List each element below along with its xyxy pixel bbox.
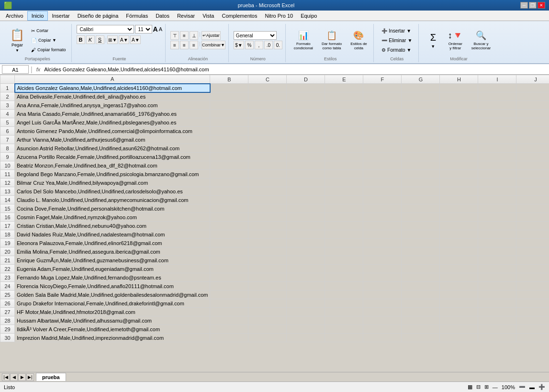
cell-c3[interactable]: [248, 101, 287, 110]
cell-a16[interactable]: Cosmin Faget,Male,Undifined,nymzok@yahoo…: [15, 213, 210, 222]
cell-h10[interactable]: [440, 161, 478, 170]
cell-j14[interactable]: [516, 196, 549, 204]
cell-f23[interactable]: [363, 273, 402, 282]
cell-c22[interactable]: [248, 265, 287, 273]
cell-b18[interactable]: [210, 230, 248, 239]
percent-button[interactable]: %: [245, 41, 254, 49]
cell-c11[interactable]: [248, 170, 287, 179]
cell-c17[interactable]: [248, 222, 287, 230]
number-format-select[interactable]: General: [234, 31, 277, 40]
cell-a9[interactable]: Azucena Portillo Recalde,Female,Undifine…: [15, 153, 210, 161]
cell-i1[interactable]: [478, 84, 516, 92]
cell-styles-button[interactable]: 🎨 Estilos decelda: [347, 27, 370, 54]
cell-a25[interactable]: Golden Sala Baile Madrid,Male,Undifined,…: [15, 291, 210, 299]
cell-a2[interactable]: Alina Delivasile,Female,Undifined,deli_a…: [15, 92, 210, 101]
cell-h23[interactable]: [440, 273, 478, 282]
currency-button[interactable]: $▼: [234, 41, 244, 49]
conditional-format-button[interactable]: 📊 Formatocondicional: [291, 27, 316, 54]
cell-i17[interactable]: [478, 222, 516, 230]
cell-j3[interactable]: [516, 101, 549, 110]
cell-g19[interactable]: [402, 239, 440, 247]
cell-h16[interactable]: [440, 213, 478, 222]
cell-i30[interactable]: [478, 334, 516, 342]
cell-j8[interactable]: [516, 144, 549, 153]
cell-f29[interactable]: [363, 325, 402, 334]
cell-a8[interactable]: Asuncion Astrid Rebollar,Undifined,Undif…: [15, 144, 210, 153]
cell-g8[interactable]: [402, 144, 440, 153]
cell-b30[interactable]: [210, 334, 248, 342]
cell-d7[interactable]: [287, 135, 325, 144]
cell-j1[interactable]: [516, 84, 549, 92]
cell-b5[interactable]: [210, 118, 248, 127]
cell-e18[interactable]: [325, 230, 363, 239]
cell-g13[interactable]: [402, 187, 440, 196]
cell-f8[interactable]: [363, 144, 402, 153]
sheet-tab-prueba[interactable]: prueba: [36, 373, 66, 381]
cell-c8[interactable]: [248, 144, 287, 153]
cell-j12[interactable]: [516, 179, 549, 187]
cell-j23[interactable]: [516, 273, 549, 282]
font-name-select[interactable]: Calibri: [77, 25, 134, 34]
cell-b11[interactable]: [210, 170, 248, 179]
align-top-button[interactable]: ⊤: [170, 31, 179, 40]
cell-b19[interactable]: [210, 239, 248, 247]
cell-d27[interactable]: [287, 308, 325, 316]
cell-a24[interactable]: Florencia NicoyDiego,Female,Undifined,an…: [15, 282, 210, 291]
cell-b14[interactable]: [210, 196, 248, 204]
cell-c5[interactable]: [248, 118, 287, 127]
cell-b21[interactable]: [210, 256, 248, 265]
cell-c20[interactable]: [248, 247, 287, 256]
cell-c6[interactable]: [248, 127, 287, 135]
cell-c18[interactable]: [248, 230, 287, 239]
menu-item-complementos[interactable]: Complementos: [218, 11, 261, 21]
cell-d25[interactable]: [287, 291, 325, 299]
cell-g26[interactable]: [402, 299, 440, 308]
cell-d9[interactable]: [287, 153, 325, 161]
cell-c14[interactable]: [248, 196, 287, 204]
cell-h30[interactable]: [440, 334, 478, 342]
cell-d18[interactable]: [287, 230, 325, 239]
cell-e6[interactable]: [325, 127, 363, 135]
cell-i9[interactable]: [478, 153, 516, 161]
cell-d29[interactable]: [287, 325, 325, 334]
spreadsheet-scroll-area[interactable]: ABCDEFGHIJKLMN 1Alcides Gonzalez Galeano…: [0, 75, 549, 372]
cell-c24[interactable]: [248, 282, 287, 291]
format-as-table-button[interactable]: 📋 Dar formatocomo tabla: [318, 27, 345, 54]
cell-g1[interactable]: [402, 84, 440, 92]
cell-b16[interactable]: [210, 213, 248, 222]
cell-f11[interactable]: [363, 170, 402, 179]
cell-h17[interactable]: [440, 222, 478, 230]
font-size-select[interactable]: 11: [135, 25, 152, 34]
cell-h6[interactable]: [440, 127, 478, 135]
cell-j20[interactable]: [516, 247, 549, 256]
cell-h20[interactable]: [440, 247, 478, 256]
cell-g12[interactable]: [402, 179, 440, 187]
align-middle-button[interactable]: ≡: [180, 31, 189, 40]
cell-e5[interactable]: [325, 118, 363, 127]
cell-a7[interactable]: Arthur Vianna,Male,Undifined,arthurjesus…: [15, 135, 210, 144]
cell-e16[interactable]: [325, 213, 363, 222]
cell-j30[interactable]: [516, 334, 549, 342]
cell-i11[interactable]: [478, 170, 516, 179]
cell-j10[interactable]: [516, 161, 549, 170]
cell-h1[interactable]: [440, 84, 478, 92]
cell-b7[interactable]: [210, 135, 248, 144]
menu-item-datos[interactable]: Datos: [152, 11, 173, 21]
cell-e4[interactable]: [325, 110, 363, 118]
cell-a19[interactable]: Eleonora Palauzova,Female,Undifined,elin…: [15, 239, 210, 247]
cell-g24[interactable]: [402, 282, 440, 291]
view-normal[interactable]: ▦: [468, 384, 472, 390]
cell-i4[interactable]: [478, 110, 516, 118]
cell-d14[interactable]: [287, 196, 325, 204]
cell-i3[interactable]: [478, 101, 516, 110]
cell-g29[interactable]: [402, 325, 440, 334]
cell-f1[interactable]: [363, 84, 402, 92]
cell-h5[interactable]: [440, 118, 478, 127]
delete-button[interactable]: ➖Eliminar▼: [379, 36, 415, 45]
cell-d26[interactable]: [287, 299, 325, 308]
cell-e12[interactable]: [325, 179, 363, 187]
cell-j25[interactable]: [516, 291, 549, 299]
cell-g5[interactable]: [402, 118, 440, 127]
cell-i8[interactable]: [478, 144, 516, 153]
cell-f6[interactable]: [363, 127, 402, 135]
